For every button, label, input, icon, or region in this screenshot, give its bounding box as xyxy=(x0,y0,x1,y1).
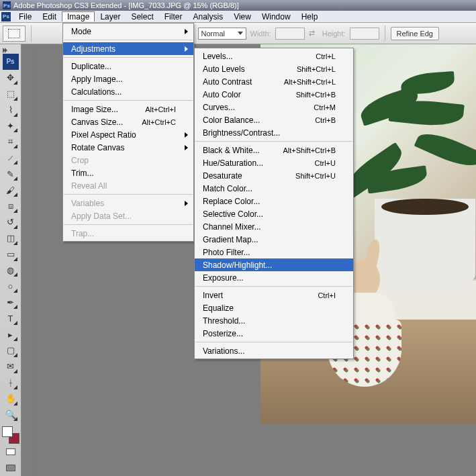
menu-item-hue-saturation[interactable]: Hue/Saturation...Ctrl+U xyxy=(195,156,353,169)
menu-item-curves[interactable]: Curves...Ctrl+M xyxy=(195,101,353,113)
chevron-down-icon xyxy=(238,32,243,35)
healing-tool[interactable]: ✎ xyxy=(3,166,19,182)
menu-item-trap: Trap... xyxy=(63,227,193,240)
screen-mode-standard-icon[interactable] xyxy=(3,444,19,460)
menu-separator xyxy=(64,40,193,40)
adjustments-submenu: Levels...Ctrl+LAuto LevelsShift+Ctrl+LAu… xyxy=(194,48,354,359)
menu-item-levels[interactable]: Levels...Ctrl+L xyxy=(195,50,353,62)
menu-item-duplicate[interactable]: Duplicate... xyxy=(63,60,193,73)
blur-tool[interactable]: ◍ xyxy=(3,263,19,279)
swap-icon: ⇄ xyxy=(309,29,318,38)
menu-item-rotate-canvas[interactable]: Rotate Canvas xyxy=(63,141,193,154)
move-tool[interactable]: ✥ xyxy=(3,70,19,86)
menu-window[interactable]: Window xyxy=(256,11,296,22)
tool-preset-picker[interactable] xyxy=(3,26,26,42)
menu-item-pixel-aspect-ratio[interactable]: Pixel Aspect Ratio xyxy=(63,128,193,141)
menu-item-mode[interactable]: Mode xyxy=(63,25,193,38)
path-select-tool[interactable]: ▸ xyxy=(3,326,19,342)
menu-item-color-balance[interactable]: Color Balance...Ctrl+B xyxy=(195,113,353,126)
menu-item-canvas-size[interactable]: Canvas Size...Alt+Ctrl+C xyxy=(63,115,193,128)
menu-analysis[interactable]: Analysis xyxy=(187,11,228,22)
marquee-tool[interactable]: ⬚ xyxy=(3,86,19,102)
menu-item-variables: Variables xyxy=(63,197,193,209)
submenu-arrow-icon xyxy=(185,132,188,138)
menu-help[interactable]: Help xyxy=(296,11,324,22)
menu-item-posterize[interactable]: Posterize... xyxy=(195,327,353,340)
stamp-tool[interactable]: ⧇ xyxy=(3,198,19,214)
dodge-tool[interactable]: ○ xyxy=(3,278,19,294)
menu-item-shadow-highlight[interactable]: Shadow/Highlight... xyxy=(195,258,353,271)
lasso-tool[interactable]: ⌇ xyxy=(3,102,19,118)
zoom-tool[interactable]: 🔍 xyxy=(3,407,19,423)
screen-mode-full-icon[interactable] xyxy=(3,460,19,476)
menu-item-replace-color[interactable]: Replace Color... xyxy=(195,195,353,207)
menu-separator xyxy=(195,342,352,342)
height-input xyxy=(350,28,379,40)
separator xyxy=(385,26,385,42)
menu-item-threshold[interactable]: Threshold... xyxy=(195,314,353,327)
refine-edge-button[interactable]: Refine Edg xyxy=(391,27,439,40)
menu-separator xyxy=(64,57,193,58)
menu-item-brightness-contrast[interactable]: Brightness/Contrast... xyxy=(195,126,353,139)
menu-edit[interactable]: Edit xyxy=(37,11,62,22)
menu-item-black-white[interactable]: Black & White...Alt+Shift+Ctrl+B xyxy=(195,144,353,156)
style-value: Normal xyxy=(201,30,225,38)
menu-filter[interactable]: Filter xyxy=(159,11,188,22)
menu-item-auto-contrast[interactable]: Auto ContrastAlt+Shift+Ctrl+L xyxy=(195,75,353,88)
separator xyxy=(31,26,32,42)
menu-item-gradient-map[interactable]: Gradient Map... xyxy=(195,233,353,246)
slice-tool[interactable]: ⟋ xyxy=(3,150,19,166)
menu-item-desaturate[interactable]: DesaturateShift+Ctrl+U xyxy=(195,169,353,182)
crop-tool[interactable]: ⌗ xyxy=(3,134,19,150)
menu-item-trim[interactable]: Trim... xyxy=(63,166,193,179)
history-brush-tool[interactable]: ↺ xyxy=(3,214,19,230)
menu-view[interactable]: View xyxy=(228,11,256,22)
notes-tool[interactable]: ✉ xyxy=(3,359,19,375)
menu-item-match-color[interactable]: Match Color... xyxy=(195,182,353,195)
type-tool[interactable]: T xyxy=(3,310,19,326)
menu-item-auto-color[interactable]: Auto ColorShift+Ctrl+B xyxy=(195,88,353,101)
menu-select[interactable]: Select xyxy=(126,11,158,22)
submenu-arrow-icon xyxy=(185,46,188,52)
eraser-tool[interactable]: ◫ xyxy=(3,230,19,246)
tool-palette: Ps ✥⬚⌇✦⌗⟋✎🖌⧇↺◫▭◍○✒T▸▢✉⟊✋🔍 xyxy=(0,44,21,476)
hand-tool[interactable]: ✋ xyxy=(3,391,19,407)
gradient-tool[interactable]: ▭ xyxy=(3,246,19,263)
shape-tool[interactable]: ▢ xyxy=(3,342,19,359)
menu-separator xyxy=(195,141,352,142)
menu-separator xyxy=(64,100,193,101)
color-swatches[interactable] xyxy=(2,426,19,444)
menu-layer[interactable]: Layer xyxy=(95,11,126,22)
menu-item-auto-levels[interactable]: Auto LevelsShift+Ctrl+L xyxy=(195,62,353,75)
style-select[interactable]: Normal xyxy=(198,28,246,40)
submenu-arrow-icon xyxy=(185,201,188,206)
menu-item-apply-image[interactable]: Apply Image... xyxy=(63,73,193,85)
brush-tool[interactable]: 🖌 xyxy=(3,182,19,198)
menu-item-apply-data-set: Apply Data Set... xyxy=(63,209,193,222)
app-logo-tool[interactable]: Ps xyxy=(3,54,19,70)
menu-item-equalize[interactable]: Equalize xyxy=(195,301,353,314)
expand-toolbar-icon[interactable] xyxy=(0,47,21,54)
menu-item-variations[interactable]: Variations... xyxy=(195,344,353,357)
submenu-arrow-icon xyxy=(185,145,188,150)
menu-item-exposure[interactable]: Exposure... xyxy=(195,271,353,284)
eyedropper-tool[interactable]: ⟊ xyxy=(3,375,19,391)
pen-tool[interactable]: ✒ xyxy=(3,294,19,310)
image-menu-dropdown: ModeAdjustmentsDuplicate...Apply Image..… xyxy=(62,23,194,242)
marquee-preset-icon xyxy=(8,29,20,38)
menu-item-selective-color[interactable]: Selective Color... xyxy=(195,207,353,220)
menu-file[interactable]: File xyxy=(13,11,37,22)
menu-item-adjustments[interactable]: Adjustments xyxy=(63,42,193,55)
menu-item-image-size[interactable]: Image Size...Alt+Ctrl+I xyxy=(63,103,193,115)
canvas-gutter xyxy=(21,44,36,476)
ps-icon[interactable]: Ps xyxy=(1,12,11,21)
quick-select-tool[interactable]: ✦ xyxy=(3,118,19,134)
menu-image[interactable]: Image xyxy=(62,11,95,21)
menu-item-calculations[interactable]: Calculations... xyxy=(63,85,193,98)
menu-item-channel-mixer[interactable]: Channel Mixer... xyxy=(195,220,353,233)
menu-item-invert[interactable]: InvertCtrl+I xyxy=(195,289,353,301)
menu-separator xyxy=(195,286,352,287)
window-titlebar: Ps Adobe Photoshop CS3 Extended - [IMG_7… xyxy=(0,0,476,11)
menu-separator xyxy=(64,194,193,195)
menu-item-photo-filter[interactable]: Photo Filter... xyxy=(195,246,353,258)
